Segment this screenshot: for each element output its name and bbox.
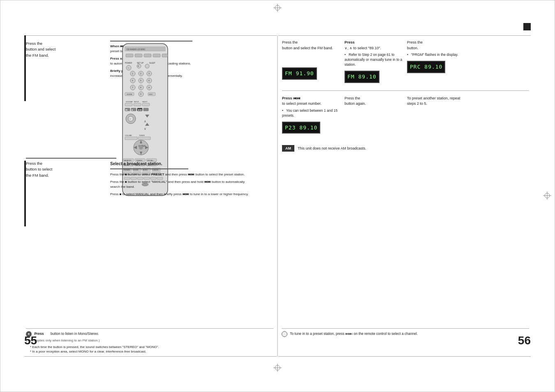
- step-a-title: Press ⏮⏭: [282, 96, 341, 101]
- step3-note: "PRGM" flashes in the display.: [407, 53, 466, 58]
- svg-text:7: 7: [132, 86, 133, 89]
- step-a-display: P23 89.10: [282, 122, 320, 134]
- svg-text:0: 0: [140, 93, 141, 95]
- svg-rect-12: [126, 54, 133, 57]
- page-container: Press the button and select the FM band.…: [0, 0, 555, 392]
- svg-rect-58: [143, 108, 148, 111]
- bottom-note-left: ● Press button to listen in Mono/Stereo.…: [26, 328, 273, 354]
- svg-rect-53: [134, 103, 141, 106]
- svg-text:NIGHT: NIGHT: [142, 101, 148, 103]
- svg-text:SET UP: SET UP: [137, 62, 143, 64]
- lower-divider: [26, 158, 116, 159]
- svg-point-79: [139, 145, 143, 150]
- circle-icon-right: [282, 331, 287, 337]
- step-a: Press ⏮⏭ to select preset number. You ca…: [282, 96, 341, 134]
- bottom-note-left-bullets: * Each time the button is pressed, the s…: [26, 345, 273, 354]
- top-line-left: [24, 35, 277, 36]
- svg-rect-14: [144, 54, 151, 57]
- svg-text:SLEEP: SLEEP: [149, 62, 155, 64]
- svg-text:SYSTEM: SYSTEM: [126, 101, 132, 103]
- bullet-1: * Each time the button is pressed, the s…: [26, 345, 273, 349]
- step-2: Press ∨, ∧ to select "89.10". Refer to S…: [345, 40, 404, 83]
- svg-text:⏮: ⏮: [125, 108, 127, 111]
- step1-display-wrapper: FM 91.90: [282, 67, 341, 80]
- svg-rect-54: [142, 103, 150, 106]
- svg-text:↑↓: ↑↓: [127, 67, 130, 69]
- svg-text:4: 4: [132, 79, 133, 82]
- step1-title: Press the: [282, 40, 341, 46]
- step-lower-empty: [469, 96, 529, 134]
- step-3: Press the button. "PRGM" flashes in the …: [407, 40, 466, 83]
- step2-subtitle: ∨, ∧ to select "89.10".: [345, 46, 404, 51]
- svg-text:9: 9: [148, 86, 150, 89]
- lower-instructions: Press the ■ button to select PRESET and …: [110, 172, 254, 199]
- crosshair-right: [543, 191, 551, 201]
- left-lower-section: Press the button to select the FM band.: [26, 161, 108, 178]
- svg-rect-13: [135, 54, 142, 57]
- bottom-line-left: [24, 356, 277, 357]
- svg-text:∧: ∧: [144, 120, 146, 123]
- svg-point-63: [128, 116, 133, 121]
- svg-text:TUNER: TUNER: [139, 134, 145, 136]
- left-upper-section: Press the button and select the FM band.: [26, 41, 108, 58]
- svg-text:+: +: [130, 118, 131, 120]
- step1-subtitle: button and select the FM band.: [282, 46, 341, 51]
- step-a-note: You can select between 1 and 15 presets.: [282, 108, 341, 118]
- step-1: Press the button and select the FM band.…: [282, 40, 341, 83]
- bottom-note-right: To tune in to a preset station, press ⏮⏭…: [282, 328, 529, 354]
- svg-text:VOLUME: VOLUME: [125, 134, 132, 136]
- bottom-note-left-action: button to listen in Mono/Stereo.: [51, 332, 99, 336]
- svg-point-24: [145, 64, 149, 68]
- select-divider: [110, 168, 188, 169]
- step3-subtitle: button.: [407, 46, 466, 51]
- svg-text:∨: ∨: [144, 127, 146, 131]
- svg-text:6: 6: [148, 79, 150, 82]
- step2-note: Refer to Step 2 on page 61 to automatica…: [345, 53, 404, 67]
- svg-text:■: ■: [132, 108, 133, 111]
- svg-text:POWER: POWER: [125, 62, 132, 64]
- svg-rect-72: [138, 137, 150, 140]
- svg-text:DISC: DISC: [149, 93, 153, 95]
- press-the-text-1: Press the button and select the FM band.: [26, 41, 108, 58]
- am-label: AM: [282, 145, 294, 152]
- press-the-text-2: Press the button to select the FM band.: [26, 161, 108, 178]
- page-divider: [278, 35, 278, 357]
- steps-grid-upper: Press the button and select the FM band.…: [282, 40, 529, 83]
- svg-rect-52: [125, 103, 132, 106]
- top-line-right: [278, 35, 531, 36]
- step-b-sub: button again.: [345, 101, 404, 107]
- bottom-note-left-header: ● Press button to listen in Mono/Stereo.: [26, 331, 273, 337]
- bottom-note-left-btn: [45, 332, 51, 336]
- svg-text:SCENE: SCENE: [127, 93, 132, 95]
- page-marker: [523, 23, 531, 30]
- step3-display: PRC 89.10: [407, 61, 445, 73]
- step2-display: FM 89.10: [345, 71, 379, 83]
- svg-text:CD RADIO LD DISC: CD RADIO LD DISC: [127, 48, 146, 51]
- svg-text:1: 1: [132, 72, 133, 75]
- step-4-empty: [469, 40, 529, 83]
- step-b-title: Press the: [345, 96, 404, 101]
- bottom-note-right-text: To tune in to a preset station, press ⏮⏭…: [290, 332, 418, 336]
- am-text: This unit does not receive AM broadcasts…: [298, 146, 366, 150]
- step1-display: FM 91.90: [282, 67, 317, 80]
- select-station-text: Select a broadcast station.: [110, 161, 188, 167]
- svg-rect-71: [125, 137, 137, 140]
- steps-middle-divider: [282, 90, 529, 91]
- step-c-title: To preset another station, repeat steps …: [407, 96, 466, 107]
- step-a-display-wrapper: P23 89.10: [282, 122, 341, 134]
- bottom-line-right: [278, 356, 531, 357]
- page-number-right: 56: [518, 334, 531, 347]
- instr-1: Press the ■ button to select PRESET and …: [110, 172, 254, 177]
- instr-3: Press ■ to select MANUAL and then briefl…: [110, 192, 254, 197]
- step-a-sub: to select preset number.: [282, 101, 341, 107]
- am-note: AM This unit does not receive AM broadca…: [282, 145, 529, 152]
- step2-title: Press: [345, 40, 404, 46]
- crosshair-bottom: [273, 364, 282, 372]
- step3-display-wrapper: PRC 89.10: [407, 61, 466, 73]
- bottom-notes: ● Press button to listen in Mono/Stereo.…: [26, 328, 529, 354]
- select-station-box: Select a broadcast station.: [110, 161, 188, 171]
- step-c: To preset another station, repeat steps …: [407, 96, 466, 134]
- svg-text:4: 4: [138, 65, 139, 67]
- svg-rect-15: [153, 54, 160, 57]
- left-page: Press the button and select the FM band.…: [26, 37, 273, 355]
